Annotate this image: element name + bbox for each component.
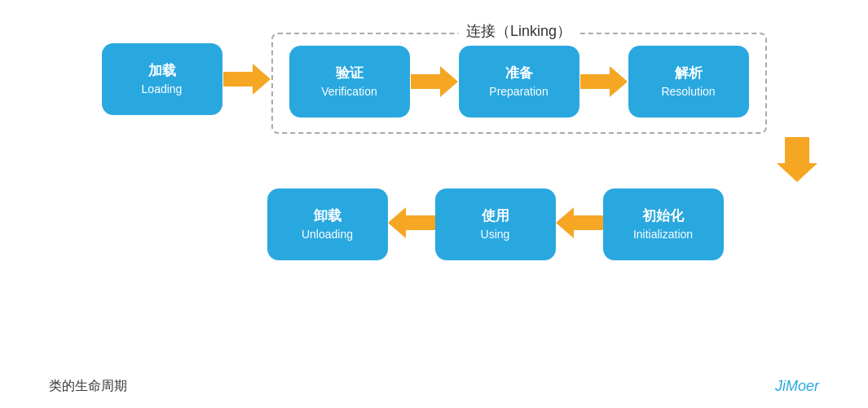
box-loading: 加载 Loading [102, 43, 223, 115]
box-unloading: 卸载 Unloading [267, 188, 388, 260]
brand-text: JiMoer [775, 378, 819, 394]
svg-marker-2 [580, 66, 628, 97]
linking-section: 连接（Linking） 验证 Verification [271, 33, 767, 134]
arrow-verification-to-preparation [410, 65, 459, 98]
footer-brand: JiMoer [775, 378, 819, 395]
row2: 卸载 Unloading 使用 Using [145, 188, 724, 260]
footer-title: 类的生命周期 [49, 378, 127, 395]
diagram-container: 加载 Loading 连接（Linking） 验证 Verification [0, 0, 868, 408]
svg-marker-5 [556, 207, 603, 238]
main-layout: 加载 Loading 连接（Linking） 验证 Verification [24, 16, 844, 260]
arrow-resolution-to-initialization [777, 137, 817, 185]
svg-marker-4 [388, 207, 435, 238]
box-initialization: 初始化 Initialization [603, 188, 724, 260]
svg-marker-3 [777, 137, 817, 182]
box-resolution: 解析 Resolution [628, 46, 749, 118]
linking-flow-row: 验证 Verification 准备 Preparation [289, 46, 749, 118]
box-using: 使用 Using [435, 188, 556, 260]
arrow-loading-to-verification [223, 63, 271, 95]
svg-marker-0 [223, 64, 271, 95]
linking-label: 连接（Linking） [458, 21, 579, 41]
box-verification: 验证 Verification [289, 46, 410, 118]
arrow-initialization-to-using [556, 207, 603, 242]
footer: 类的生命周期 JiMoer [0, 378, 868, 395]
arrow-preparation-to-resolution [579, 65, 628, 98]
arrow-using-to-unloading [388, 207, 435, 242]
svg-marker-1 [411, 66, 458, 97]
arrow-down-wrap [51, 137, 817, 185]
row1: 加载 Loading 连接（Linking） 验证 Verification [102, 24, 767, 134]
box-preparation: 准备 Preparation [459, 46, 579, 118]
